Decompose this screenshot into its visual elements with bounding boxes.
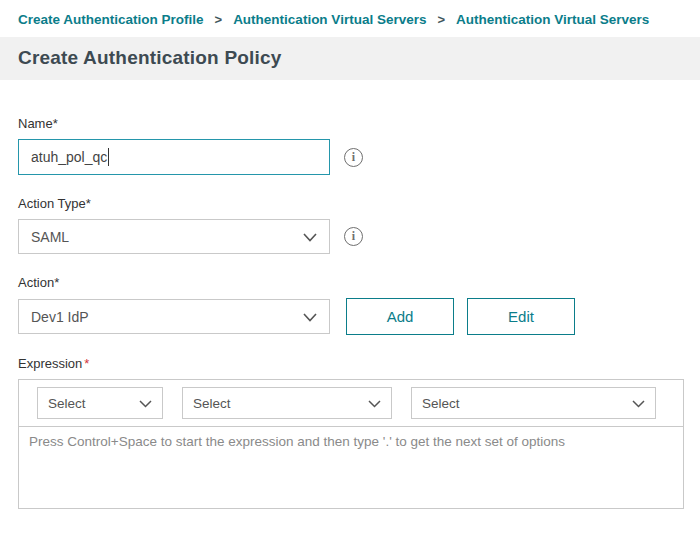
name-info-icon[interactable]: i (344, 148, 363, 167)
name-input[interactable]: atuh_pol_qc (18, 139, 330, 175)
action-select[interactable]: Dev1 IdP (18, 299, 330, 334)
expression-placeholder: Press Control+Space to start the express… (29, 434, 565, 449)
name-label: Name* (18, 116, 682, 131)
name-input-value: atuh_pol_qc (31, 149, 107, 165)
action-field-group: Action* Dev1 IdP Add Edit (18, 275, 682, 335)
edit-button[interactable]: Edit (467, 298, 575, 335)
expression-toolbar: Select Select Select (19, 380, 683, 426)
create-authentication-policy-form: Name* atuh_pol_qc i Action Type* SAML i … (0, 80, 700, 509)
add-button[interactable]: Add (346, 298, 454, 335)
action-type-info-icon[interactable]: i (344, 227, 363, 246)
chevron-down-icon (139, 396, 152, 411)
breadcrumb-item-create-authentication-profile[interactable]: Create Authentication Profile (18, 12, 204, 27)
expression-input[interactable]: Press Control+Space to start the express… (19, 426, 683, 508)
page-title: Create Authentication Policy (18, 47, 682, 69)
action-type-required-marker: * (86, 196, 91, 211)
page-header: Create Authentication Policy (0, 37, 700, 80)
action-label: Action* (18, 275, 682, 290)
chevron-down-icon (368, 396, 381, 411)
action-required-marker: * (54, 275, 59, 290)
expression-select-3[interactable]: Select (411, 387, 656, 419)
chevron-down-icon (303, 309, 317, 325)
expression-required-marker: * (84, 356, 89, 371)
breadcrumb-item-current: Authentication Virtual Servers (456, 12, 649, 27)
expression-editor: Select Select Select (18, 379, 684, 509)
expression-select-1-value: Select (48, 396, 86, 411)
expression-label: Expression* (18, 356, 682, 371)
expression-field-group: Expression* Select Select Select (18, 356, 682, 509)
breadcrumb-item-authentication-virtual-servers[interactable]: Authentication Virtual Servers (233, 12, 426, 27)
expression-select-1[interactable]: Select (37, 387, 163, 419)
action-type-label: Action Type* (18, 196, 682, 211)
action-selected-value: Dev1 IdP (31, 309, 89, 325)
name-field-group: Name* atuh_pol_qc i (18, 116, 682, 175)
text-caret (108, 148, 109, 166)
name-required-marker: * (53, 116, 58, 131)
action-type-field-group: Action Type* SAML i (18, 196, 682, 254)
expression-select-2-value: Select (193, 396, 231, 411)
expression-select-2[interactable]: Select (182, 387, 392, 419)
action-type-selected-value: SAML (31, 229, 69, 245)
breadcrumb-separator-icon: > (437, 12, 445, 27)
expression-select-3-value: Select (422, 396, 460, 411)
action-type-select[interactable]: SAML (18, 219, 330, 254)
chevron-down-icon (303, 229, 317, 245)
breadcrumb-separator-icon: > (215, 12, 223, 27)
chevron-down-icon (632, 396, 645, 411)
breadcrumb: Create Authentication Profile > Authenti… (0, 0, 700, 37)
